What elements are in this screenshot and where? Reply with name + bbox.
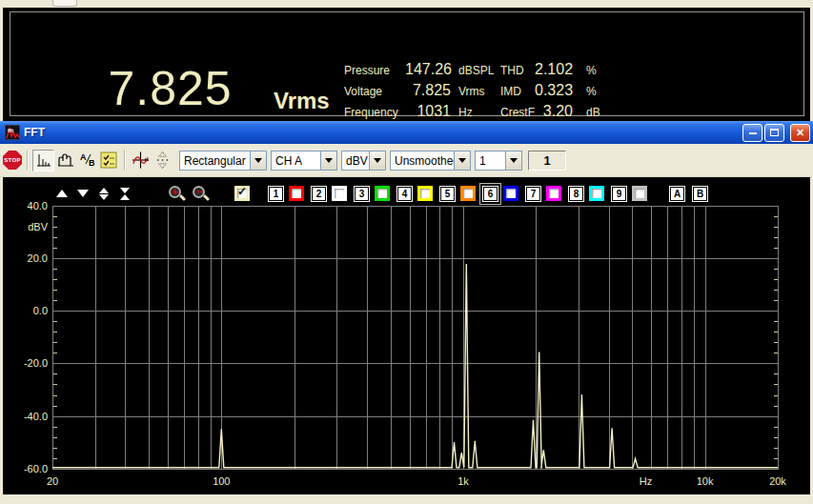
window-function-value: Rectangular xyxy=(180,151,250,170)
y-tick-label: -20.0 xyxy=(24,357,48,369)
pressure-unit: dBSPL xyxy=(458,64,494,77)
thd-value: 2.102 xyxy=(535,61,573,78)
overlay-checkbox-4[interactable] xyxy=(417,186,433,201)
channel-dropdown[interactable]: CH A xyxy=(271,151,337,171)
overlay-unit-4: 4 xyxy=(397,186,440,201)
titlebar[interactable]: fft FFT ✕ xyxy=(0,121,813,144)
overlay-checkbox-2[interactable] xyxy=(332,186,347,201)
scale-down-button[interactable] xyxy=(76,190,90,197)
x-tick-label: 10k xyxy=(697,475,714,487)
x-tick-label: 100 xyxy=(213,475,230,487)
level-meter-panel: 7.825 Vrms Pressure 147.26 dBSPL Voltage… xyxy=(3,8,810,121)
measurement-setup-button[interactable] xyxy=(98,150,120,171)
overlay-checkbox-3[interactable] xyxy=(375,186,390,201)
overlay-checkbox-6[interactable] xyxy=(503,186,518,201)
overlay-checkbox-5[interactable] xyxy=(460,186,476,201)
overlay-select-5[interactable]: 5 xyxy=(440,187,455,201)
fft-trace xyxy=(52,264,778,468)
imd-unit: % xyxy=(586,85,597,98)
compress-range-button[interactable] xyxy=(118,188,132,200)
spectrum-view-button[interactable] xyxy=(32,150,54,171)
close-button[interactable]: ✕ xyxy=(790,124,810,142)
octave-bands-button[interactable] xyxy=(54,150,76,171)
zoom-out-button[interactable]: − xyxy=(192,185,210,203)
spectrum-bars-icon xyxy=(35,151,52,169)
overlay-select-1[interactable]: 1 xyxy=(269,187,283,201)
overlay-select-6[interactable]: 6 xyxy=(483,187,498,201)
y-tick-label: -40.0 xyxy=(24,411,48,422)
overlay-unit-5: 5 xyxy=(440,186,483,201)
x-tick-label: 20 xyxy=(47,475,58,487)
y-unit-dropdown[interactable]: dBV xyxy=(341,151,386,171)
dropdown-arrow-icon[interactable] xyxy=(320,151,336,170)
dropdown-arrow-icon[interactable] xyxy=(505,151,521,170)
svg-text:A: A xyxy=(80,152,87,162)
smoothing-dropdown[interactable]: Unsmoothed xyxy=(390,151,471,171)
frequency-label: Frequency xyxy=(344,106,405,119)
window-frame-left xyxy=(0,177,3,494)
stop-button[interactable]: STOP xyxy=(2,150,23,171)
overlay-checkbox-8[interactable] xyxy=(589,186,604,201)
expand-range-button[interactable] xyxy=(97,188,111,200)
overlay-checkbox-9[interactable] xyxy=(632,186,647,201)
dropdown-arrow-icon[interactable] xyxy=(454,151,470,170)
overlay-checkbox-7[interactable] xyxy=(546,186,561,201)
fit-scale-button[interactable] xyxy=(152,150,173,171)
imd-label: IMD xyxy=(500,85,535,98)
frequency-value: 1031 xyxy=(405,103,451,120)
crestf-unit: dB xyxy=(586,106,600,119)
memory-a-button[interactable]: A xyxy=(670,187,684,201)
window-function-dropdown[interactable]: Rectangular xyxy=(179,151,267,171)
overlay-checkbox-1[interactable] xyxy=(289,186,304,201)
toolbar-separator xyxy=(124,150,126,171)
y-tick-label: 20.0 xyxy=(28,252,48,264)
overlay-select-3[interactable]: 3 xyxy=(355,187,369,201)
y-tick-label: 0.0 xyxy=(33,305,48,316)
dropdown-arrow-icon[interactable] xyxy=(369,151,385,170)
smoothing-value: Unsmoothed xyxy=(391,151,454,170)
minimize-button[interactable] xyxy=(742,124,762,142)
readout-row-pressure: Pressure 147.26 dBSPL xyxy=(344,61,494,82)
crestf-value: 3.20 xyxy=(535,103,573,120)
scale-axes-button[interactable] xyxy=(130,150,152,171)
pressure-label: Pressure xyxy=(344,64,405,77)
average-count-display: 1 xyxy=(528,151,566,171)
fft-spectrum-chart[interactable]: 40.020.00.0-20.0-40.0-60.0dBV201001k10k2… xyxy=(0,177,813,494)
memory-b-button[interactable]: B xyxy=(693,187,707,201)
svg-text:fft: fft xyxy=(8,128,13,133)
x-tick-label: 20k xyxy=(769,475,786,487)
main-curve-checkbox[interactable]: ✓ xyxy=(234,186,250,201)
zoom-in-button[interactable]: + xyxy=(168,185,186,203)
overlay-unit-3: 3 xyxy=(355,186,397,201)
meter-main-unit: Vrms xyxy=(274,88,330,114)
overlay-unit-1: 1 xyxy=(269,186,312,201)
averaging-value: 1 xyxy=(476,151,505,170)
thd-label: THD xyxy=(500,64,535,77)
x-tick-label: 1k xyxy=(457,475,469,487)
overlay-select-7[interactable]: 7 xyxy=(526,187,540,201)
meter-readouts-left: Pressure 147.26 dBSPL Voltage 7.825 Vrms… xyxy=(344,61,494,124)
imd-value: 0.323 xyxy=(535,82,573,99)
dropdown-arrow-icon[interactable] xyxy=(250,151,266,170)
averaging-dropdown[interactable]: 1 xyxy=(475,151,522,171)
meter-main-value: 7.825 xyxy=(87,61,254,116)
fft-window: fft FFT ✕ STOP xyxy=(0,121,813,504)
frequency-unit: Hz xyxy=(458,106,473,119)
overlay-select-2[interactable]: 2 xyxy=(312,187,326,201)
x-axis-unit-label: Hz xyxy=(640,475,652,487)
checkmark-icon: ✓ xyxy=(237,185,247,198)
overlay-select-4[interactable]: 4 xyxy=(397,187,412,201)
overlay-select-9[interactable]: 9 xyxy=(612,187,626,201)
window-title: FFT xyxy=(24,126,45,139)
y-tick-label: -60.0 xyxy=(24,463,48,474)
plot-controls: + − ✓ 123456789 A B xyxy=(0,183,813,204)
scale-up-button[interactable] xyxy=(55,190,69,197)
overlay-select-8[interactable]: 8 xyxy=(569,187,583,201)
y-axis-unit-label: dBV xyxy=(28,221,48,232)
readout-row-thd: THD 2.102 % xyxy=(500,61,600,82)
overlay-unit-8: 8 xyxy=(569,186,612,201)
overlay-buttons: 123456789 xyxy=(269,186,655,201)
ab-compare-button[interactable]: A B xyxy=(76,150,98,171)
voltage-label: Voltage xyxy=(344,85,405,98)
maximize-button[interactable] xyxy=(764,124,784,142)
